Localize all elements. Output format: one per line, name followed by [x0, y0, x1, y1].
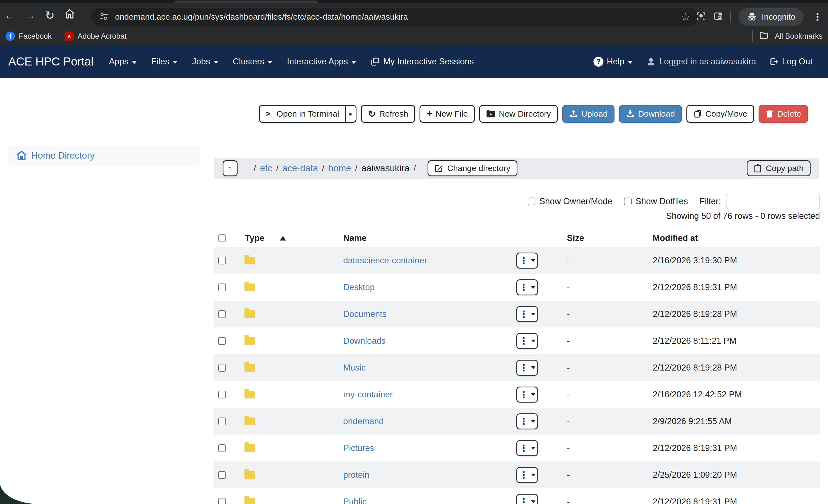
file-name-link[interactable]: protein — [343, 470, 370, 480]
lens-icon[interactable] — [696, 11, 706, 22]
new-directory-button[interactable]: New Directory — [479, 105, 558, 123]
help-icon: ? — [593, 57, 604, 66]
all-bookmarks-label[interactable]: All Bookmarks — [775, 32, 823, 41]
trash-icon — [765, 109, 774, 118]
table-header: Type Name Size Modified at — [214, 229, 820, 247]
type-column-header[interactable]: Type — [245, 233, 264, 243]
delete-button[interactable]: Delete — [758, 105, 808, 123]
file-name-link[interactable]: Pictures — [343, 443, 374, 453]
row-checkbox[interactable] — [218, 257, 226, 265]
row-checkbox[interactable] — [218, 391, 226, 399]
kebab-menu-icon: ⋮ — [519, 470, 529, 480]
url-bar[interactable]: ondemand.ace.ac.ug/pun/sys/dashboard/fil… — [91, 8, 698, 26]
new-file-button[interactable]: + New File — [419, 105, 475, 123]
row-actions-dropdown[interactable]: ⋮ — [516, 333, 538, 349]
show-dotfiles-checkbox[interactable] — [624, 197, 632, 205]
copy-path-button[interactable]: Copy path — [747, 160, 811, 176]
active-tab[interactable] — [174, 1, 318, 3]
copy-move-button[interactable]: Copy/Move — [687, 105, 754, 123]
menu-clusters[interactable]: Clusters — [233, 57, 273, 66]
show-dotfiles-toggle[interactable]: Show Dotfiles — [624, 196, 688, 207]
breadcrumb-segment[interactable]: /ace-data — [276, 163, 318, 174]
file-name-link[interactable]: my-container — [343, 390, 393, 400]
row-checkbox[interactable] — [218, 364, 226, 372]
browser-menu-icon[interactable]: ⋮ — [811, 11, 824, 22]
back-icon[interactable]: ← — [0, 9, 20, 22]
show-owner-mode-checkbox[interactable] — [528, 197, 535, 205]
table-body: datascience-container ⋮ - 2/16/2026 3:19… — [214, 247, 820, 504]
file-name-link[interactable]: Desktop — [343, 282, 375, 292]
table-row: my-container ⋮ - 2/16/2026 12:42:52 PM — [214, 381, 820, 408]
search-tabs-icon[interactable] — [713, 11, 723, 22]
url-text[interactable]: ondemand.ace.ac.ug/pun/sys/dashboard/fil… — [115, 12, 676, 21]
filter-input[interactable] — [726, 194, 820, 209]
file-modified: 2/16/2026 3:19:30 PM — [653, 256, 737, 266]
breadcrumb-segment[interactable]: /home — [322, 163, 351, 174]
chevron-down-icon — [213, 61, 218, 64]
chevron-right-icon: ▸ — [349, 110, 352, 118]
log-out-button[interactable]: Log Out — [770, 57, 813, 66]
file-name-link[interactable]: Public — [343, 497, 366, 504]
row-actions-dropdown[interactable]: ⋮ — [516, 386, 538, 403]
logged-in-user: Logged in as aaiwasukira — [646, 57, 756, 66]
refresh-button[interactable]: ↻ Refresh — [361, 105, 415, 123]
kebab-menu-icon: ⋮ — [519, 256, 529, 265]
row-actions-dropdown[interactable]: ⋮ — [516, 413, 538, 429]
bookmark-adobe-acrobat[interactable]: Adobe Acrobat — [65, 32, 127, 41]
change-directory-button[interactable]: Change directory — [427, 160, 517, 176]
row-checkbox[interactable] — [218, 337, 226, 345]
browser-home-icon[interactable] — [60, 8, 80, 22]
chevron-down-icon — [531, 366, 535, 369]
file-name-link[interactable]: datascience-container — [343, 256, 427, 266]
menu-apps[interactable]: Apps — [109, 57, 137, 66]
kebab-menu-icon: ⋮ — [519, 390, 529, 399]
menu-interactive-apps[interactable]: Interactive Apps — [287, 57, 356, 66]
breadcrumb-segment[interactable]: /etc — [254, 163, 272, 174]
row-checkbox[interactable] — [218, 310, 226, 318]
row-actions-dropdown[interactable]: ⋮ — [516, 279, 538, 295]
file-name-link[interactable]: Music — [343, 363, 366, 373]
row-checkbox[interactable] — [218, 444, 226, 452]
bookmark-facebook[interactable]: f Facebook — [5, 32, 52, 41]
row-checkbox[interactable] — [218, 471, 226, 479]
size-column-header[interactable]: Size — [567, 233, 584, 243]
modified-column-header[interactable]: Modified at — [653, 233, 698, 243]
file-modified: 2/25/2026 1:09:20 PM — [653, 470, 737, 480]
row-actions-dropdown[interactable]: ⋮ — [516, 253, 538, 269]
sidebar-home-directory[interactable]: Home Directory — [7, 146, 200, 166]
upload-button[interactable]: Upload — [562, 105, 615, 123]
open-in-terminal-button[interactable]: >_ Open in Terminal — [259, 105, 346, 123]
open-in-terminal-dropdown[interactable]: ▸ — [346, 105, 357, 123]
select-all-checkbox[interactable] — [218, 234, 226, 242]
row-actions-dropdown[interactable]: ⋮ — [516, 467, 538, 483]
breadcrumb-segment[interactable]: /aaiwasukira — [355, 163, 410, 174]
bookmark-star-icon[interactable]: ☆ — [681, 11, 690, 23]
up-directory-button[interactable]: ↑ — [222, 160, 238, 176]
row-actions-dropdown[interactable]: ⋮ — [516, 440, 538, 456]
help-menu[interactable]: ? Help — [593, 57, 633, 66]
row-checkbox[interactable] — [218, 498, 226, 504]
download-button[interactable]: Download — [619, 105, 682, 123]
file-name-link[interactable]: ondemand — [343, 416, 384, 426]
row-actions-dropdown[interactable]: ⋮ — [516, 494, 538, 504]
row-actions-dropdown[interactable]: ⋮ — [516, 306, 538, 322]
file-name-link[interactable]: Documents — [343, 309, 387, 319]
name-column-header[interactable]: Name — [343, 233, 366, 243]
sort-ascending-icon[interactable] — [280, 236, 286, 241]
file-name-link[interactable]: Downloads — [343, 336, 385, 346]
chevron-down-icon — [267, 61, 273, 64]
my-interactive-sessions[interactable]: My Interactive Sessions — [371, 57, 474, 66]
row-checkbox[interactable] — [218, 417, 226, 425]
home-icon — [16, 151, 27, 160]
forward-icon[interactable]: → — [20, 9, 40, 22]
show-owner-mode-toggle[interactable]: Show Owner/Mode — [528, 196, 612, 207]
row-checkbox[interactable] — [218, 283, 226, 291]
file-modified: 2/16/2026 12:42:52 PM — [653, 390, 742, 400]
reload-icon[interactable]: ↻ — [40, 9, 60, 22]
row-actions-dropdown[interactable]: ⋮ — [516, 360, 538, 376]
menu-files[interactable]: Files — [151, 57, 177, 66]
menu-jobs[interactable]: Jobs — [192, 57, 218, 66]
site-settings-icon[interactable] — [99, 12, 109, 22]
divider — [7, 135, 821, 135]
brand[interactable]: ACE HPC Portal — [8, 55, 93, 68]
